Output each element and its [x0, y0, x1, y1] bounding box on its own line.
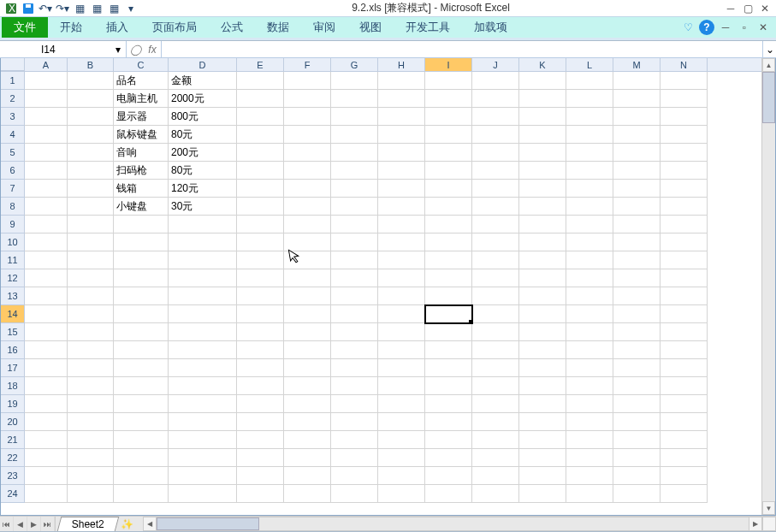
cell-F22[interactable]	[284, 449, 331, 467]
cell-B14[interactable]	[68, 305, 114, 323]
cell-J8[interactable]	[472, 198, 519, 216]
cell-J10[interactable]	[472, 233, 519, 251]
undo-icon[interactable]: ↶▾	[38, 1, 53, 16]
cell-A13[interactable]	[25, 287, 68, 305]
cell-N5[interactable]	[660, 144, 708, 162]
cell-H12[interactable]	[378, 269, 425, 287]
cell-B8[interactable]	[68, 198, 114, 216]
cell-K6[interactable]	[519, 162, 566, 180]
ribbon-close[interactable]: ✕	[755, 21, 771, 34]
formula-input[interactable]	[162, 41, 762, 57]
cell-C12[interactable]	[114, 269, 169, 287]
cell-H6[interactable]	[378, 162, 425, 180]
cell-L23[interactable]	[566, 467, 613, 485]
cell-F3[interactable]	[284, 108, 331, 126]
cell-E20[interactable]	[237, 413, 284, 431]
cell-I14[interactable]	[425, 305, 472, 323]
cell-I2[interactable]	[425, 90, 472, 108]
cell-C11[interactable]	[114, 251, 169, 269]
cell-N13[interactable]	[660, 287, 708, 305]
cell-A22[interactable]	[25, 449, 68, 467]
hscroll-thumb[interactable]	[157, 517, 259, 530]
fx-button[interactable]: fx	[144, 44, 161, 56]
cell-L3[interactable]	[566, 108, 613, 126]
sheet-nav-prev-icon[interactable]: ◀	[14, 517, 27, 531]
cell-F13[interactable]	[284, 287, 331, 305]
cell-A10[interactable]	[25, 233, 68, 251]
cell-E12[interactable]	[237, 269, 284, 287]
cell-K5[interactable]	[519, 144, 566, 162]
cell-A17[interactable]	[25, 359, 68, 377]
cell-A3[interactable]	[25, 108, 68, 126]
cell-L17[interactable]	[566, 359, 613, 377]
cell-E5[interactable]	[237, 144, 284, 162]
cell-H23[interactable]	[378, 467, 425, 485]
cell-K4[interactable]	[519, 126, 566, 144]
cell-L19[interactable]	[566, 395, 613, 413]
cell-I18[interactable]	[425, 377, 472, 395]
cell-M19[interactable]	[613, 395, 660, 413]
cell-H13[interactable]	[378, 287, 425, 305]
cell-H11[interactable]	[378, 251, 425, 269]
ribbon-restore[interactable]: ▫	[737, 21, 752, 34]
cell-D12[interactable]	[169, 269, 237, 287]
cell-D7[interactable]: 120元	[169, 180, 237, 198]
cell-C3[interactable]: 显示器	[114, 108, 169, 126]
cell-H16[interactable]	[378, 341, 425, 359]
cell-N2[interactable]	[660, 90, 708, 108]
cell-B21[interactable]	[68, 431, 114, 449]
cell-B18[interactable]	[68, 377, 114, 395]
cell-C14[interactable]	[114, 305, 169, 323]
cell-F14[interactable]	[284, 305, 331, 323]
cell-F8[interactable]	[284, 198, 331, 216]
cell-J23[interactable]	[472, 467, 519, 485]
cell-B4[interactable]	[68, 126, 114, 144]
cell-A20[interactable]	[25, 413, 68, 431]
minimize-button[interactable]: ─	[723, 2, 738, 15]
tab-review[interactable]: 审阅	[301, 17, 347, 38]
cell-N17[interactable]	[660, 359, 708, 377]
cell-A14[interactable]	[25, 305, 68, 323]
vertical-scrollbar[interactable]: ▲ ▼	[761, 58, 775, 515]
cell-H1[interactable]	[378, 72, 425, 90]
cell-L18[interactable]	[566, 377, 613, 395]
cell-D23[interactable]	[169, 467, 237, 485]
cell-H17[interactable]	[378, 359, 425, 377]
cell-J19[interactable]	[472, 395, 519, 413]
cell-D3[interactable]: 800元	[169, 108, 237, 126]
horizontal-scrollbar[interactable]: ◀ ▶	[143, 517, 762, 531]
cell-G10[interactable]	[331, 233, 378, 251]
cell-M8[interactable]	[613, 198, 660, 216]
cell-K18[interactable]	[519, 377, 566, 395]
cell-F4[interactable]	[284, 126, 331, 144]
cell-F11[interactable]	[284, 251, 331, 269]
cell-A15[interactable]	[25, 323, 68, 341]
cell-A5[interactable]	[25, 144, 68, 162]
cell-M15[interactable]	[613, 323, 660, 341]
scroll-down-icon[interactable]: ▼	[762, 501, 775, 515]
row-header-6[interactable]: 6	[1, 162, 25, 180]
cell-F15[interactable]	[284, 323, 331, 341]
cell-D2[interactable]: 2000元	[169, 90, 237, 108]
cell-G11[interactable]	[331, 251, 378, 269]
cell-J7[interactable]	[472, 180, 519, 198]
cell-A16[interactable]	[25, 341, 68, 359]
cell-N10[interactable]	[660, 233, 708, 251]
cell-E2[interactable]	[237, 90, 284, 108]
cell-A18[interactable]	[25, 377, 68, 395]
cell-J17[interactable]	[472, 359, 519, 377]
cell-G15[interactable]	[331, 323, 378, 341]
cell-K24[interactable]	[519, 485, 566, 503]
cell-C22[interactable]	[114, 449, 169, 467]
row-header-8[interactable]: 8	[1, 198, 25, 216]
cell-K20[interactable]	[519, 413, 566, 431]
cell-B24[interactable]	[68, 485, 114, 503]
cell-F5[interactable]	[284, 144, 331, 162]
fx-circle-icon[interactable]: ◯	[127, 44, 144, 56]
cell-B16[interactable]	[68, 341, 114, 359]
scroll-left-icon[interactable]: ◀	[143, 517, 157, 531]
col-header-A[interactable]: A	[25, 58, 68, 71]
cell-D13[interactable]	[169, 287, 237, 305]
cell-C24[interactable]	[114, 485, 169, 503]
cell-A11[interactable]	[25, 251, 68, 269]
